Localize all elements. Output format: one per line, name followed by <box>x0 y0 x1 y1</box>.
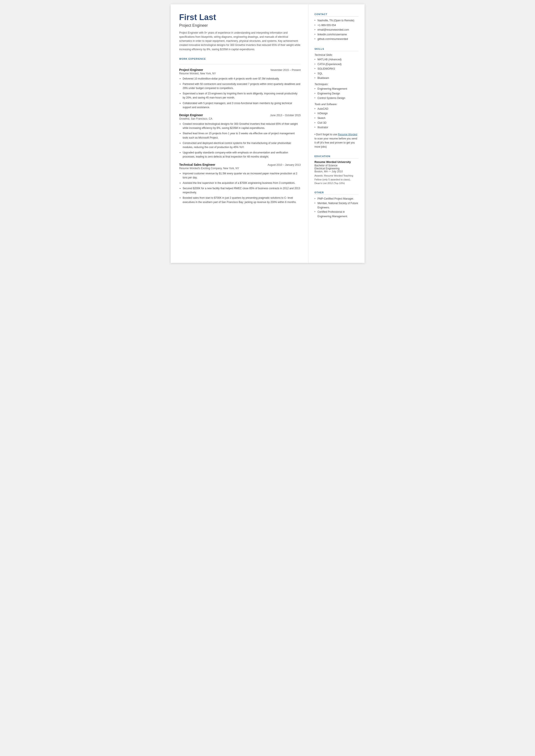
skills-promo-text: • Don't forget to use Resume Worded to s… <box>315 132 358 149</box>
other-item-3: Certified Professional in Engineering Ma… <box>315 210 358 218</box>
bullet-3-3: Secured $200K for a new facility that he… <box>179 186 301 195</box>
tools-heading: Tools and Software: <box>315 103 358 106</box>
edu-degree: Bachelor of Science <box>315 164 358 167</box>
work-experience-label: WORK EXPERIENCE <box>179 58 301 61</box>
right-column: CONTACT Nashville, TN (Open to Remote) +… <box>309 4 365 263</box>
job-title-1: Project Engineer <box>179 68 203 71</box>
contact-location: Nashville, TN (Open to Remote) <box>315 18 358 23</box>
other-item-1: PMP-Certified Project Manager. <box>315 197 358 201</box>
other-section: OTHER PMP-Certified Project Manager. Mem… <box>315 191 358 218</box>
tool-sketch: Sketch <box>315 116 358 121</box>
techniques-list: Engineering Management Engineering Desig… <box>315 87 358 101</box>
job-company-3: Resume Worded's Exciting Company, New Yo… <box>179 167 301 170</box>
job-title-2: Design Engineer <box>179 113 203 117</box>
edu-location: Boston, MA — July 2010 <box>315 170 358 173</box>
job-dates-3: August 2010 – January 2013 <box>268 163 300 166</box>
contact-label: CONTACT <box>315 13 358 16</box>
tool-indesign: InDesign <box>315 111 358 116</box>
job-dates-1: November 2015 – Present <box>270 69 300 71</box>
tool-civil3d: Civil 3D <box>315 121 358 126</box>
bullet-3-4: Boosted sales from start to $700K in jus… <box>179 196 301 204</box>
left-column: First Last Project Engineer Project Engi… <box>171 4 309 263</box>
bullet-3-1: Improved customer revenue by $1.5M every… <box>179 172 301 180</box>
job-title-3: Technical Sales Engineer <box>179 163 215 166</box>
skill-bluebeam: Bluebeam <box>315 76 358 81</box>
bullet-1-4: Collaborated with 5 project managers, an… <box>179 101 301 109</box>
bullet-1-3: Supervised a team of 23 engineers by ins… <box>179 92 301 100</box>
candidate-title: Project Engineer <box>179 23 301 28</box>
contact-github: github.com/resumeworded <box>315 37 358 42</box>
tool-illustrator: Illustrator <box>315 125 358 130</box>
edu-awards: Awards: Resume Worded Teaching Fellow (o… <box>315 174 358 185</box>
bullet-2-4: Upgraded quality standards company-wide … <box>179 151 301 159</box>
contact-phone: +1-989-555-554 <box>315 23 358 28</box>
skill-catia: CATIA (Experienced) <box>315 62 358 67</box>
technique-engdesign: Engineering Design <box>315 91 358 96</box>
edu-university: Resume Worded University <box>315 160 358 164</box>
technique-controls: Control Systems Design <box>315 96 358 101</box>
job-bullets-3: Improved customer revenue by $1.5M every… <box>179 172 301 204</box>
bullet-2-2: Slashed lead times on 15 projects from 1… <box>179 131 301 140</box>
techniques-heading: Techniques: <box>315 83 358 86</box>
contact-linkedin: linkedin.com/in/username <box>315 32 358 37</box>
job-header-3: Technical Sales Engineer August 2010 – J… <box>179 163 301 166</box>
skills-section: SKILLS Technical Skills: MATLAB (Advance… <box>315 48 358 149</box>
resume-worded-link[interactable]: Resume Worded <box>338 133 357 136</box>
technical-skills-heading: Technical Skills: <box>315 53 358 56</box>
summary-text: Project Engineer with 9+ years of experi… <box>179 31 301 51</box>
contact-email: email@resumeworded.com <box>315 28 358 32</box>
work-divider <box>179 64 301 64</box>
tool-autocad: AutoCAD <box>315 107 358 111</box>
job-company-2: Growthsi, San Francisco, CA <box>179 117 301 120</box>
skill-matlab: MATLAB (Advanced) <box>315 57 358 62</box>
job-bullets-1: Delivered 10 multimillion-dollar project… <box>179 77 301 109</box>
skill-sql: SQL <box>315 71 358 76</box>
bullet-2-1: Created innovative technological designs… <box>179 122 301 130</box>
edu-field: Electrical Engineering <box>315 167 358 170</box>
technical-skills-list: MATLAB (Advanced) CATIA (Experienced) SO… <box>315 57 358 81</box>
candidate-name: First Last <box>179 13 301 22</box>
bullet-2-3: Constructed and deployed electrical cont… <box>179 141 301 149</box>
other-item-2: Member, National Society of Future Engin… <box>315 201 358 210</box>
education-section: EDUCATION Resume Worded University Bache… <box>315 155 358 185</box>
resume-container: First Last Project Engineer Project Engi… <box>171 4 365 263</box>
job-header-1: Project Engineer November 2015 – Present <box>179 68 301 71</box>
bullet-3-2: Assisted the line supervisor in the acqu… <box>179 181 301 185</box>
contact-list: Nashville, TN (Open to Remote) +1-989-55… <box>315 18 358 42</box>
skills-label: SKILLS <box>315 48 358 51</box>
job-company-1: Resume Worded, New York, NY <box>179 72 301 75</box>
bullet-1-2: Partnered with 50 contractors and succes… <box>179 82 301 90</box>
other-label: OTHER <box>315 191 358 195</box>
technique-engmgmt: Engineering Management <box>315 87 358 91</box>
job-dates-2: June 2013 – October 2015 <box>270 114 300 117</box>
tools-list: AutoCAD InDesign Sketch Civil 3D Illustr… <box>315 107 358 130</box>
contact-section: CONTACT Nashville, TN (Open to Remote) +… <box>315 13 358 42</box>
skill-solidworks: SOLIDWORKS <box>315 67 358 71</box>
job-header-2: Design Engineer June 2013 – October 2015 <box>179 113 301 117</box>
education-label: EDUCATION <box>315 155 358 159</box>
other-list: PMP-Certified Project Manager. Member, N… <box>315 197 358 218</box>
bullet-1-1: Delivered 10 multimillion-dollar project… <box>179 77 301 81</box>
job-bullets-2: Created innovative technological designs… <box>179 122 301 159</box>
